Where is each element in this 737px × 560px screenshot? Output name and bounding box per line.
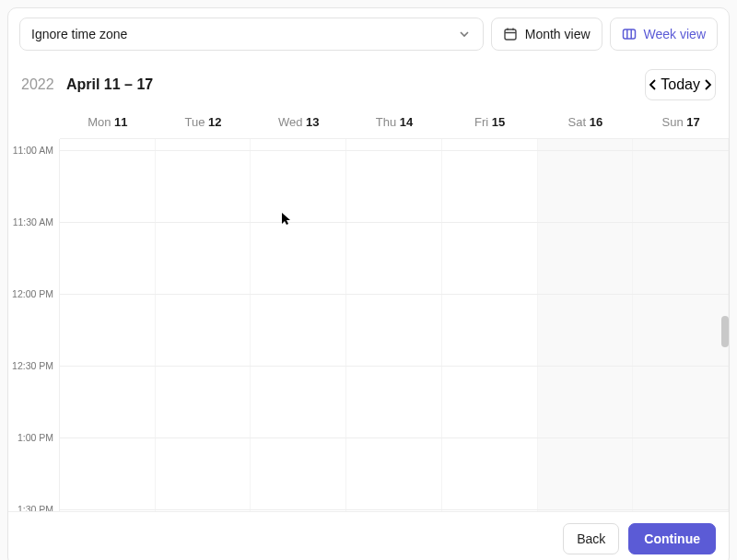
time-gutter: 11:00 AM 11:30 AM 12:00 PM 12:30 PM 1:00… <box>8 139 60 511</box>
timezone-select[interactable]: Ignore time zone <box>19 18 484 51</box>
back-button-label: Back <box>577 531 605 546</box>
month-view-label: Month view <box>525 27 591 41</box>
timezone-select-label: Ignore time zone <box>31 27 127 41</box>
day-column[interactable] <box>633 139 729 511</box>
time-label: 11:30 AM <box>13 216 53 228</box>
footer: Back Continue <box>8 511 729 560</box>
day-column[interactable] <box>538 139 634 511</box>
chevron-down-icon <box>457 27 472 41</box>
time-label: 1:00 PM <box>18 432 53 443</box>
weekday-header: Mon 11 <box>60 106 156 138</box>
day-column[interactable] <box>60 139 156 511</box>
weekday-header-row: Mon 11 Tue 12 Wed 13 Thu 14 Fri 15 Sat 1… <box>8 106 729 139</box>
week-view-button[interactable]: Week view <box>610 18 718 51</box>
continue-button[interactable]: Continue <box>628 523 716 554</box>
chevron-left-icon <box>646 77 661 92</box>
time-label: 12:00 PM <box>12 288 53 299</box>
next-week-button[interactable] <box>700 70 715 99</box>
time-label: 11:00 AM <box>13 145 53 156</box>
continue-button-label: Continue <box>644 531 700 546</box>
calendar-grid-scroll[interactable]: 11:00 AM 11:30 AM 12:00 PM 12:30 PM 1:00… <box>8 139 729 511</box>
day-columns <box>60 139 729 511</box>
date-range-text: April 11 – 17 <box>66 76 153 92</box>
date-range-row: 2022 April 11 – 17 Today <box>8 60 729 106</box>
time-label: 1:30 PM <box>18 504 53 511</box>
date-year: 2022 <box>21 76 54 92</box>
weekday-header: Sat 16 <box>538 106 634 138</box>
weekday-header: Tue 12 <box>156 106 252 138</box>
weekday-header: Fri 15 <box>442 106 538 138</box>
day-column[interactable] <box>442 139 538 511</box>
day-column[interactable] <box>156 139 252 511</box>
calendar-panel: Ignore time zone Month view <box>7 7 730 560</box>
month-view-button[interactable]: Month view <box>491 18 602 51</box>
svg-rect-4 <box>623 29 635 39</box>
date-nav-group: Today <box>645 69 716 100</box>
date-range-label: 2022 April 11 – 17 <box>21 76 153 93</box>
today-button-label: Today <box>661 76 700 93</box>
prev-week-button[interactable] <box>646 70 661 99</box>
time-label: 12:30 PM <box>12 360 53 371</box>
back-button[interactable]: Back <box>563 523 619 554</box>
calendar-icon <box>503 27 518 41</box>
weekday-header: Thu 14 <box>346 106 442 138</box>
today-button[interactable]: Today <box>661 70 700 99</box>
week-view-label: Week view <box>644 27 706 41</box>
day-column[interactable] <box>251 139 346 511</box>
day-column[interactable] <box>346 139 442 511</box>
weekday-header: Sun 17 <box>633 106 729 138</box>
chevron-right-icon <box>700 77 715 92</box>
scrollbar-thumb[interactable] <box>721 316 729 347</box>
svg-rect-0 <box>505 29 516 40</box>
week-view-icon <box>622 27 637 41</box>
weekday-header: Wed 13 <box>251 106 346 138</box>
topbar: Ignore time zone Month view <box>8 8 729 60</box>
